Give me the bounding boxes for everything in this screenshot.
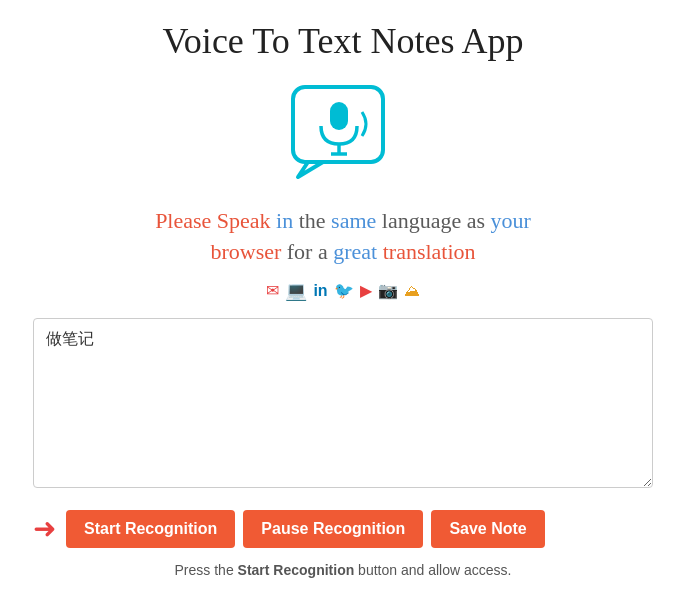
email-icon[interactable]: ✉ <box>266 281 279 300</box>
buttons-row: ➜ Start Recognition Pause Recognition Sa… <box>33 510 653 548</box>
mountain-icon[interactable]: ⛰ <box>404 282 420 300</box>
social-icons-row: ✉ 💻 in 🐦 ▶ 📷 ⛰ <box>266 280 419 302</box>
hint-suffix: button and allow access. <box>354 562 511 578</box>
save-note-button[interactable]: Save Note <box>431 510 544 548</box>
linkedin-icon[interactable]: in <box>313 282 327 300</box>
twitter-icon[interactable]: 🐦 <box>334 281 354 300</box>
github-icon[interactable]: 💻 <box>285 280 307 302</box>
hint-prefix: Press the <box>175 562 238 578</box>
instagram-icon[interactable]: 📷 <box>378 281 398 300</box>
arrow-indicator: ➜ <box>33 515 56 543</box>
hint-text: Press the Start Recognition button and a… <box>175 562 512 578</box>
app-logo <box>288 82 398 186</box>
start-recognition-button[interactable]: Start Recognition <box>66 510 235 548</box>
subtitle: Please Speak in the same language as you… <box>155 206 531 268</box>
pause-recognition-button[interactable]: Pause Recognition <box>243 510 423 548</box>
right-arrow-icon: ➜ <box>33 515 56 543</box>
notes-textarea-container: 做笔记 <box>33 318 653 492</box>
svg-rect-1 <box>330 102 348 130</box>
hint-bold: Start Recognition <box>238 562 355 578</box>
youtube-icon[interactable]: ▶ <box>360 281 372 300</box>
page-title: Voice To Text Notes App <box>163 20 524 62</box>
notes-textarea[interactable]: 做笔记 <box>33 318 653 488</box>
